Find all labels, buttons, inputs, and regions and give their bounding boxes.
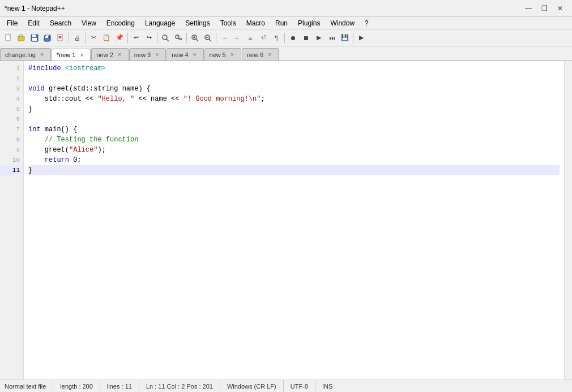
- unindent-btn[interactable]: ←: [231, 32, 244, 44]
- code-line-5: }: [28, 104, 560, 114]
- tab-new5[interactable]: new 5×: [204, 48, 241, 61]
- tab-changelog-close[interactable]: ×: [38, 51, 46, 59]
- restore-button[interactable]: ❐: [537, 3, 552, 14]
- macro-run-btn[interactable]: ⏭: [326, 32, 338, 44]
- macro-save-btn[interactable]: 💾: [339, 32, 351, 44]
- redo-btn[interactable]: ↪: [143, 32, 155, 44]
- menu-item-search[interactable]: Search: [45, 18, 76, 28]
- tab-new2-close[interactable]: ×: [116, 51, 123, 59]
- run-btn[interactable]: ▶: [355, 32, 368, 44]
- menu-bar: FileEditSearchViewEncodingLanguageSettin…: [0, 17, 572, 29]
- print-btn[interactable]: 🖨: [71, 32, 83, 44]
- lines-status: lines : 11: [100, 380, 139, 392]
- menu-item-run[interactable]: Run: [271, 18, 292, 28]
- code-line-9: greet("Alice");: [28, 145, 560, 155]
- cut-btn[interactable]: ✂: [87, 32, 100, 44]
- find-replace-btn[interactable]: [172, 32, 185, 44]
- tab-new3-close[interactable]: ×: [153, 51, 161, 59]
- tab-changelog-label: change.log: [5, 51, 36, 58]
- zoom-out-btn[interactable]: [202, 32, 214, 44]
- format-btn[interactable]: ≡: [244, 32, 257, 44]
- tab-new6-label: new 6: [247, 51, 263, 58]
- tab-new2[interactable]: new 2×: [91, 48, 128, 61]
- svg-point-12: [163, 35, 167, 40]
- menu-item-file[interactable]: File: [2, 18, 22, 28]
- wrap-btn[interactable]: ⏎: [257, 32, 270, 44]
- close-file-btn[interactable]: [54, 32, 67, 44]
- scrollbar[interactable]: [564, 61, 572, 380]
- position-status: Ln : 11 Col : 2 Pos : 201: [139, 380, 220, 392]
- menu-item-encoding[interactable]: Encoding: [102, 18, 139, 28]
- svg-line-13: [167, 39, 169, 41]
- tab-new4-label: new 4: [172, 51, 188, 58]
- code-line-2: [28, 74, 560, 84]
- eol-btn[interactable]: ¶: [270, 32, 283, 44]
- svg-line-22: [209, 39, 211, 41]
- tab-new3[interactable]: new 3×: [129, 48, 166, 61]
- code-line-10: return 0;: [28, 155, 560, 165]
- line-numbers: 1234567891011: [0, 61, 24, 380]
- tab-new4-close[interactable]: ×: [191, 51, 199, 59]
- copy-btn[interactable]: 📋: [100, 32, 113, 44]
- menu-item-window[interactable]: Window: [326, 18, 359, 28]
- status-bar: Normal text file length : 200 lines : 11…: [0, 380, 572, 392]
- tab-new1-label: *new 1: [57, 51, 76, 58]
- menu-item-tools[interactable]: Tools: [216, 18, 241, 28]
- indent-btn[interactable]: →: [218, 32, 230, 44]
- toolbar-sep-5: [186, 33, 187, 43]
- undo-btn[interactable]: ↩: [130, 32, 142, 44]
- tab-changelog[interactable]: change.log×: [0, 48, 51, 61]
- menu-item-?[interactable]: ?: [360, 18, 373, 28]
- tab-new5-close[interactable]: ×: [228, 51, 236, 59]
- menu-item-language[interactable]: Language: [140, 18, 180, 28]
- find-btn[interactable]: [159, 32, 172, 44]
- code-line-6: [28, 114, 560, 124]
- insert-mode-status: INS: [315, 380, 339, 392]
- tab-new6-close[interactable]: ×: [266, 51, 274, 59]
- macro-play-btn[interactable]: ▶: [313, 32, 325, 44]
- code-line-4: std::cout << "Hello, " << name << "! Goo…: [28, 94, 560, 104]
- zoom-in-btn[interactable]: [189, 32, 201, 44]
- save-btn[interactable]: [28, 32, 41, 44]
- paste-btn[interactable]: 📌: [113, 32, 126, 44]
- menu-item-plugins[interactable]: Plugins: [293, 18, 325, 28]
- tab-new2-label: new 2: [96, 51, 113, 58]
- toolbar-sep-7: [284, 33, 285, 43]
- file-type-status: Normal text file: [5, 380, 53, 392]
- svg-rect-0: [6, 35, 10, 41]
- tab-new1-close[interactable]: ×: [78, 51, 86, 59]
- macro-rec-btn[interactable]: ⏺: [287, 32, 299, 44]
- save-all-btn[interactable]: [41, 32, 54, 44]
- line-number-4: 4: [0, 94, 23, 104]
- menu-item-settings[interactable]: Settings: [181, 18, 214, 28]
- open-btn[interactable]: [15, 32, 28, 44]
- menu-item-edit[interactable]: Edit: [23, 18, 44, 28]
- tab-new6[interactable]: new 6×: [242, 48, 279, 61]
- toolbar-sep-4: [157, 33, 157, 43]
- toolbar-sep-2: [85, 33, 86, 43]
- line-ending-status: Windows (CR LF): [220, 380, 284, 392]
- tab-new4[interactable]: new 4×: [167, 48, 203, 61]
- tabs-bar: change.log×*new 1×new 2×new 3×new 4×new …: [0, 46, 572, 61]
- toolbar-sep-3: [127, 33, 128, 43]
- line-number-7: 7: [0, 124, 23, 135]
- minimize-button[interactable]: —: [521, 3, 536, 14]
- code-area[interactable]: #include <iostream> void greet(std::stri…: [24, 61, 564, 380]
- line-number-2: 2: [0, 74, 23, 84]
- window-controls: — ❐ ✕: [521, 3, 567, 14]
- code-line-7: int main() {: [28, 124, 560, 135]
- macro-stop-btn[interactable]: ⏹: [300, 32, 312, 44]
- close-button[interactable]: ✕: [553, 3, 567, 14]
- toolbar: 🖨 ✂ 📋 📌 ↩ ↪ → ← ≡ ⏎ ¶ ⏺ ⏹ ▶ ⏭ 💾 ▶: [0, 29, 572, 46]
- length-status: length : 200: [53, 380, 100, 392]
- tab-new1[interactable]: *new 1×: [52, 49, 91, 61]
- code-line-1: #include <iostream>: [28, 63, 560, 74]
- line-number-3: 3: [0, 84, 23, 94]
- code-line-3: void greet(std::string name) {: [28, 84, 560, 94]
- menu-item-view[interactable]: View: [77, 18, 101, 28]
- new-file-btn[interactable]: [2, 32, 15, 44]
- tab-new5-label: new 5: [210, 51, 226, 58]
- line-number-5: 5: [0, 104, 23, 114]
- menu-item-macro[interactable]: Macro: [242, 18, 270, 28]
- line-number-11: 11: [0, 165, 23, 175]
